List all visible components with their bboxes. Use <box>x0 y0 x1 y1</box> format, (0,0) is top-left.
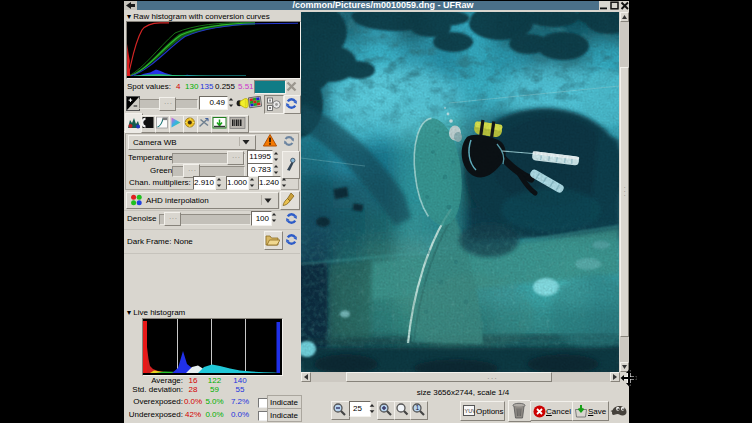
svg-text:1: 1 <box>415 404 419 411</box>
svg-text:YUV: YUV <box>465 408 476 414</box>
